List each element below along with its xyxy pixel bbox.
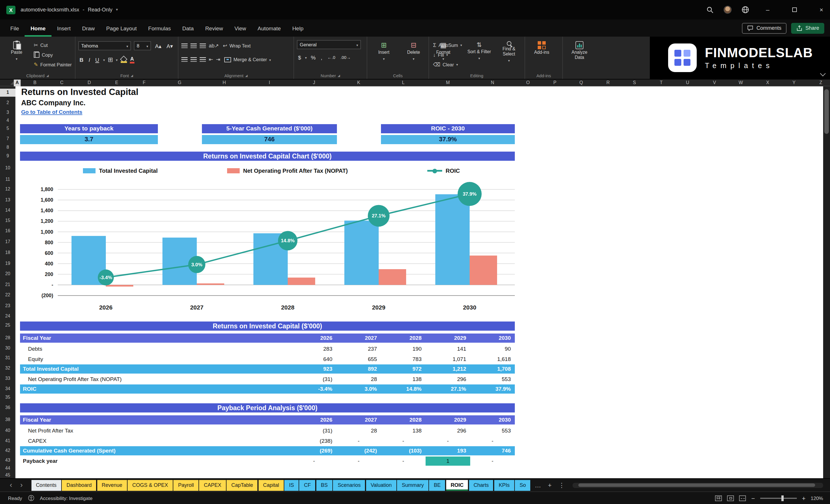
value-cell[interactable]: 138 [381,426,425,435]
menu-tab-home[interactable]: Home [25,20,52,37]
zoom-slider[interactable] [760,497,797,499]
number-format-combo[interactable]: General▾ [297,40,361,49]
row-header-19[interactable]: 19 [0,260,15,268]
row-header-42[interactable]: 42 [0,447,15,455]
column-header-T[interactable]: T [658,80,664,86]
column-header-H[interactable]: H [221,80,228,86]
column-header-Z[interactable]: Z [818,80,824,86]
fiscal-year-row[interactable]: Fiscal Year20262027202820292030 [20,334,515,342]
sheet-tab-dashboard[interactable]: Dashboard [62,480,96,491]
column-header-G[interactable]: G [176,80,183,86]
align-left-icon[interactable] [181,57,188,62]
column-header-N[interactable]: N [489,80,496,86]
page-title[interactable]: Returns on Invested Capital [21,87,138,97]
row-header-43[interactable]: 43 [0,456,15,465]
align-center-icon[interactable] [190,57,197,62]
font-family-combo[interactable]: Tahoma▾ [78,41,131,50]
column-header-J[interactable]: J [311,80,317,86]
clear-button[interactable]: ⌫Clear▾ [432,60,463,69]
kpi-value[interactable]: 746 [202,135,337,144]
fiscal-year-row[interactable]: Fiscal Year20262027202820292030 [20,415,515,424]
sheet-tab-cogs-opex[interactable]: COGS & OPEX [128,480,173,491]
value-cell[interactable]: 28 [337,374,381,384]
percent-format-button[interactable]: % [310,54,317,60]
row-header-12[interactable]: 12 [0,185,15,193]
value-cell[interactable]: 923 [292,365,337,374]
value-cell[interactable]: 640 [292,354,337,364]
row-header-2[interactable]: 2 [0,99,15,107]
year-header-cell[interactable]: 2027 [337,334,381,342]
row-header-30[interactable]: 30 [0,344,15,352]
column-header-K[interactable]: K [355,80,362,86]
value-cell[interactable]: 90 [470,344,515,353]
column-header-A[interactable]: A [14,80,21,86]
menu-tab-insert[interactable]: Insert [51,20,76,37]
zoom-level[interactable]: 120% [811,495,823,501]
kpi-header[interactable]: ROIC - 2030 [381,124,515,133]
value-cell[interactable]: - [381,436,425,445]
value-cell[interactable]: (269) [292,446,337,455]
excel-app-icon[interactable]: X [6,5,15,14]
year-header-cell[interactable]: 2029 [425,334,470,342]
column-header-X[interactable]: X [765,80,771,86]
align-top-icon[interactable] [181,43,188,48]
row-header-38[interactable]: 38 [0,416,15,424]
format-painter-button[interactable]: ✎Format Painter [33,60,73,69]
value-cell[interactable]: 1,071 [425,354,470,364]
share-button[interactable]: Share [791,23,824,33]
addins-button[interactable]: Add-ins [528,40,555,71]
sheet-tab-scenarios[interactable]: Scenarios [333,480,365,491]
roic-chart[interactable]: (200)-2004006008001,0001,2001,4001,6001,… [20,179,515,319]
column-header-L[interactable]: L [401,80,407,86]
value-cell[interactable]: (31) [292,374,337,384]
row-header-31[interactable]: 31 [0,354,15,362]
horizontal-scrollbar-thumb[interactable] [579,483,815,487]
value-cell[interactable]: 655 [337,354,381,364]
column-header-S[interactable]: S [631,80,638,86]
menu-tab-review[interactable]: Review [199,20,228,37]
column-header-Y[interactable]: Y [791,80,797,86]
row-header-25[interactable]: 25 [0,321,15,329]
autosum-button[interactable]: ΣAutoSum▾ [432,40,463,50]
menu-tab-page-layout[interactable]: Page Layout [100,20,142,37]
year-header-cell[interactable]: 2028 [381,334,425,342]
delete-cells-button[interactable]: ⊟Delete▾ [400,40,427,71]
paste-button[interactable]: Paste ▾ [3,40,30,71]
company-name[interactable]: ABC Company Inc. [21,99,86,107]
sheet-tab-contents[interactable]: Contents [31,480,61,491]
year-header-cell[interactable]: 2026 [292,334,337,342]
year-header-cell[interactable]: 2030 [470,415,515,424]
column-header-C[interactable]: C [58,80,65,86]
row-header-1[interactable]: 1 [0,89,15,97]
year-header-cell[interactable]: 2026 [292,415,337,424]
close-button[interactable]: × [813,0,830,20]
row-label-cell[interactable]: ROIC [20,384,292,393]
sheet-tab-summary[interactable]: Summary [397,480,428,491]
row-header-23[interactable]: 23 [0,302,15,310]
bar-nopat-2029[interactable] [379,269,406,285]
value-cell[interactable]: 141 [425,344,470,353]
prev-sheet-icon[interactable]: ‹ [6,479,16,491]
column-header-U[interactable]: U [684,80,691,86]
font-size-combo[interactable]: 8▾ [134,41,151,50]
dialog-launcher-icon[interactable]: ◢ [338,74,340,77]
analyze-data-button[interactable]: Analyze Data [566,40,593,71]
menu-tab-view[interactable]: View [229,20,252,37]
zoom-in-button[interactable]: + [802,495,806,501]
column-header-B[interactable]: B [32,80,38,86]
sheet-tab-capex[interactable]: CAPEX [199,480,226,491]
value-cell[interactable]: - [381,456,425,465]
next-sheet-icon[interactable]: › [16,479,27,491]
bar-invested-capital-2029[interactable] [344,221,379,285]
row-header-32[interactable]: 32 [0,365,15,372]
row-header-11[interactable]: 11 [0,176,15,184]
row-header-40[interactable]: 40 [0,427,15,435]
value-cell[interactable]: (242) [337,446,381,455]
add-sheet-button[interactable]: + [545,482,555,489]
value-cell[interactable]: 1,708 [470,365,515,374]
value-cell[interactable]: 27.1% [425,384,470,393]
menu-tab-automate[interactable]: Automate [252,20,287,37]
column-header-I[interactable]: I [267,80,272,86]
row-header-17[interactable]: 17 [0,238,15,246]
fiscal-year-label[interactable]: Fiscal Year [20,415,292,424]
